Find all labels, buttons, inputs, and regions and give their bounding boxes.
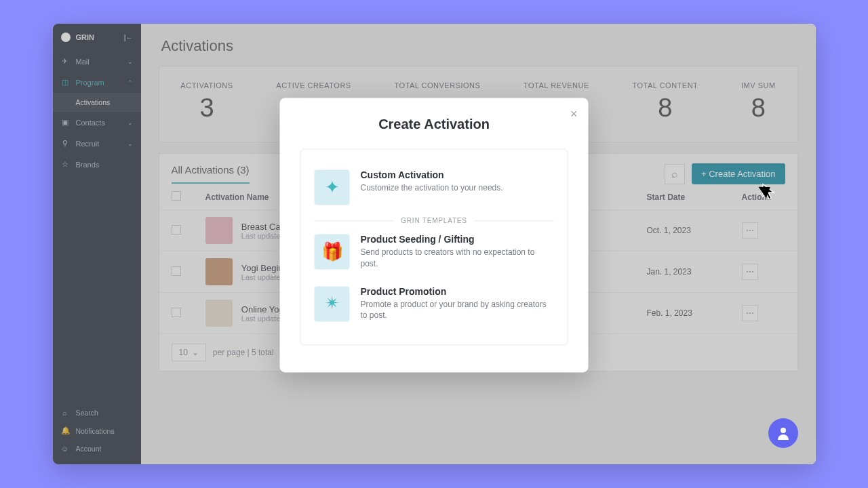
option-desc: Send products to creators with no expect… xyxy=(361,247,554,270)
person-icon xyxy=(776,426,790,440)
divider-label: GRIN TEMPLATES xyxy=(401,217,467,224)
option-title: Custom Activation xyxy=(361,169,503,180)
option-desc: Customize the activation to your needs. xyxy=(361,182,503,194)
create-activation-modal: × Create Activation ✦ Custom Activation … xyxy=(280,98,589,372)
option-title: Product Seeding / Gifting xyxy=(361,234,554,245)
promotion-icon: ✴ xyxy=(315,286,350,321)
option-product-seeding[interactable]: 🎁 Product Seeding / Gifting Send product… xyxy=(315,226,554,278)
modal-title: Create Activation xyxy=(300,117,568,132)
modal-close-button[interactable]: × xyxy=(570,107,578,121)
help-fab-button[interactable] xyxy=(768,418,798,448)
sparkle-icon: ✦ xyxy=(315,169,350,205)
svg-point-0 xyxy=(781,428,786,433)
templates-divider: GRIN TEMPLATES xyxy=(315,217,554,224)
option-title: Product Promotion xyxy=(361,286,554,297)
option-custom-activation[interactable]: ✦ Custom Activation Customize the activa… xyxy=(315,161,554,213)
option-desc: Promote a product or your brand by askin… xyxy=(361,299,554,322)
gift-icon: 🎁 xyxy=(315,234,350,269)
option-product-promotion[interactable]: ✴ Product Promotion Promote a product or… xyxy=(315,278,554,330)
modal-options: ✦ Custom Activation Customize the activa… xyxy=(300,148,568,345)
